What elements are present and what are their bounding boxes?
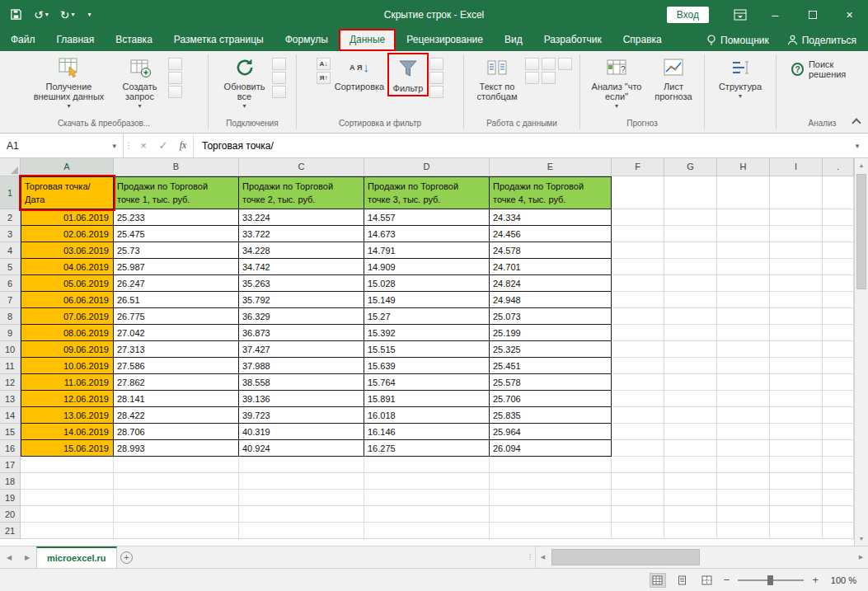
vertical-scroll-track[interactable] <box>855 172 868 532</box>
structure-button[interactable]: Структура ▾ <box>711 53 769 103</box>
zoom-out-button[interactable]: − <box>724 574 730 586</box>
connections-button[interactable] <box>272 58 286 70</box>
cell[interactable]: 24.334 <box>490 209 612 226</box>
cell[interactable] <box>717 242 770 259</box>
cell[interactable]: 36.873 <box>239 325 364 341</box>
properties-button[interactable] <box>272 72 286 84</box>
cell[interactable] <box>612 391 664 407</box>
cell[interactable] <box>239 473 364 490</box>
cell[interactable] <box>664 176 717 209</box>
cell[interactable] <box>664 440 717 457</box>
cell[interactable]: 16.018 <box>364 407 490 424</box>
cell[interactable]: 24.948 <box>490 292 612 308</box>
cell[interactable] <box>364 473 490 490</box>
cell[interactable] <box>823 523 854 539</box>
filter-button[interactable]: Фильтр <box>387 53 429 96</box>
cell[interactable]: 27.313 <box>114 341 239 358</box>
name-box[interactable]: A1 ▾ <box>0 134 124 157</box>
cell[interactable] <box>770 341 823 358</box>
cell[interactable]: 15.27 <box>364 308 490 325</box>
cell[interactable]: 38.558 <box>239 374 364 391</box>
cell[interactable] <box>664 407 717 424</box>
cell[interactable] <box>664 275 717 292</box>
cell[interactable] <box>770 292 823 308</box>
cell[interactable]: 25.233 <box>114 209 239 226</box>
consolidate-button[interactable] <box>525 72 539 84</box>
cell[interactable]: 08.06.2019 <box>21 325 114 341</box>
cell[interactable] <box>664 242 717 259</box>
normal-view-button[interactable] <box>650 573 666 588</box>
cell[interactable]: 26.094 <box>490 440 612 457</box>
add-sheet-button[interactable]: + <box>117 546 137 568</box>
cell[interactable]: 01.06.2019 <box>21 209 114 226</box>
cell[interactable] <box>770 242 823 259</box>
cell[interactable] <box>770 440 823 457</box>
cell[interactable] <box>823 358 854 374</box>
cell[interactable] <box>823 490 854 506</box>
cell[interactable] <box>612 325 664 341</box>
cell[interactable]: 15.028 <box>364 275 490 292</box>
new-query-button[interactable]: Создать запрос ▾ <box>113 53 167 113</box>
cell[interactable] <box>664 473 717 490</box>
cell-a1-selected[interactable]: Торговая точка/ Дата <box>21 176 114 209</box>
cell[interactable] <box>664 308 717 325</box>
row-header[interactable]: 9 <box>0 325 21 341</box>
scroll-down-button[interactable]: ▼ <box>855 532 868 546</box>
save-button[interactable] <box>10 8 22 21</box>
cell[interactable] <box>664 374 717 391</box>
cell[interactable] <box>664 457 717 473</box>
flash-fill-button[interactable] <box>525 58 539 70</box>
solver-button[interactable]: ? Поиск решения <box>791 53 868 79</box>
cell[interactable]: 25.835 <box>490 407 612 424</box>
cell[interactable]: 27.042 <box>114 325 239 341</box>
cell[interactable]: 26.51 <box>114 292 239 308</box>
cell[interactable]: 25.199 <box>490 325 612 341</box>
cell[interactable]: 06.06.2019 <box>21 292 114 308</box>
formula-bar-splitter[interactable]: ⋮ <box>124 134 134 157</box>
cell[interactable] <box>114 490 239 506</box>
cell[interactable] <box>612 473 664 490</box>
cell[interactable] <box>364 506 490 523</box>
cell[interactable] <box>612 358 664 374</box>
cell[interactable]: 33.224 <box>239 209 364 226</box>
enter-entry-button[interactable]: ✓ <box>153 134 173 157</box>
cell[interactable] <box>823 440 854 457</box>
cell[interactable] <box>114 523 239 539</box>
advanced-filter-button[interactable] <box>429 86 443 98</box>
cell[interactable]: 14.557 <box>364 209 490 226</box>
row-header[interactable]: 14 <box>0 407 21 424</box>
cell[interactable]: 04.06.2019 <box>21 259 114 275</box>
cell[interactable] <box>717 226 770 242</box>
ribbon-display-options-button[interactable] <box>724 0 757 29</box>
cell[interactable] <box>823 292 854 308</box>
cell[interactable] <box>823 341 854 358</box>
cell[interactable] <box>770 209 823 226</box>
row-header[interactable]: 17 <box>0 457 21 473</box>
cell[interactable] <box>664 226 717 242</box>
cell[interactable] <box>770 374 823 391</box>
cell[interactable] <box>612 275 664 292</box>
cell[interactable] <box>823 242 854 259</box>
cell[interactable] <box>114 457 239 473</box>
cell[interactable]: 39.136 <box>239 391 364 407</box>
cell[interactable] <box>770 506 823 523</box>
cell[interactable]: 39.723 <box>239 407 364 424</box>
cell[interactable]: 25.073 <box>490 308 612 325</box>
row-header[interactable]: 15 <box>0 424 21 440</box>
vertical-scrollbar[interactable]: ▲ ▼ <box>854 158 868 546</box>
insert-function-button[interactable]: fx <box>173 134 193 157</box>
cell[interactable]: 24.578 <box>490 242 612 259</box>
cell[interactable] <box>114 473 239 490</box>
cell[interactable] <box>664 424 717 440</box>
cell[interactable] <box>823 176 854 209</box>
column-header[interactable]: E <box>490 158 612 176</box>
cell[interactable] <box>364 490 490 506</box>
cell[interactable] <box>823 308 854 325</box>
cell[interactable]: 25.451 <box>490 358 612 374</box>
cell[interactable] <box>770 391 823 407</box>
cell[interactable]: 40.924 <box>239 440 364 457</box>
column-header[interactable]: I <box>770 158 823 176</box>
cell[interactable] <box>717 523 770 539</box>
from-table-button[interactable] <box>168 72 182 84</box>
cell[interactable] <box>664 358 717 374</box>
